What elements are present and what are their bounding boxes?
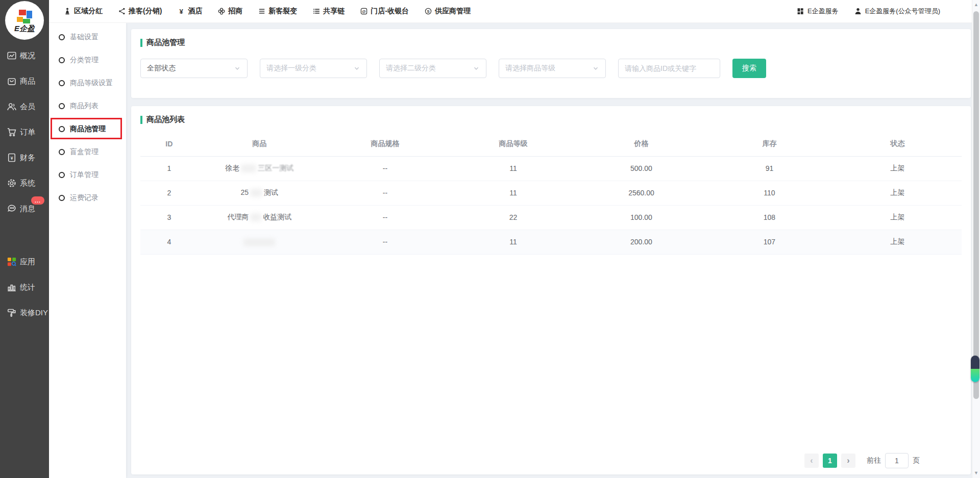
sidebar-item-system[interactable]: 系统 (0, 170, 49, 196)
cell-status: 上架 (834, 156, 962, 181)
chevron-down-icon (353, 65, 360, 72)
cell-stock: 107 (705, 230, 834, 254)
cell-spec: -- (321, 181, 449, 205)
topbar-right: E企盈服务E企盈服务(公众号管理员) (796, 7, 972, 16)
filter-card-header: 商品池管理 (131, 29, 971, 47)
submenu-item[interactable]: 商品列表 (49, 94, 126, 117)
stats-icon (7, 282, 17, 292)
topbar-right-item[interactable]: E企盈服务(公众号管理员) (854, 7, 940, 16)
cell-spec: -- (321, 205, 449, 230)
page-suffix-label: 页 (913, 456, 920, 465)
topbar-right-item[interactable]: E企盈服务 (796, 7, 839, 16)
cell-id: 2 (140, 181, 198, 205)
sidebar-item-overview[interactable]: 概况 (0, 43, 49, 68)
sidebar-item-label: 财务 (20, 153, 35, 163)
cell-price: 100.00 (577, 205, 705, 230)
sidebar-item-message[interactable]: 消息... (0, 196, 49, 221)
current-page-button[interactable]: 1 (823, 454, 837, 468)
table-row[interactable]: 225测试--112560.00110上架 (140, 181, 962, 205)
pagination: ‹ 1 › 前往 页 (804, 453, 920, 468)
table-card-header: 商品池列表 (131, 106, 971, 124)
scroll-up-icon[interactable]: ▲ (972, 3, 980, 7)
overview-icon (7, 51, 17, 61)
filter-select[interactable]: 请选择商品等级 (499, 59, 606, 78)
sidebar-item-label: 统计 (20, 283, 35, 292)
sidebar-item-stats[interactable]: 统计 (0, 274, 49, 300)
primary-sidebar: E企盈 概况商品会员订单¥财务系统消息...应用统计装修DIY (0, 0, 49, 478)
submenu-item-label: 基础设置 (70, 33, 99, 42)
scrollbar[interactable]: ▲ ▼ (972, 0, 980, 478)
topnav-label: 供应商管理 (435, 7, 471, 16)
sidebar-item-diy[interactable]: 装修DIY (0, 300, 49, 325)
search-button[interactable]: 搜索 (732, 59, 766, 78)
next-page-button[interactable]: › (841, 454, 855, 468)
table-row[interactable]: 1徐老三区一测试--11500.0091上架 (140, 156, 962, 181)
submenu-item[interactable]: 分类管理 (49, 48, 126, 71)
diy-icon (7, 308, 17, 318)
topnav-item[interactable]: 区域分红 (63, 7, 103, 16)
prev-page-button[interactable]: ‹ (804, 454, 819, 468)
sidebar-item-order[interactable]: 订单 (0, 119, 49, 145)
svg-text:S: S (427, 9, 429, 14)
topnav-item[interactable]: @门店-收银台 (360, 7, 409, 16)
sidebar-item-label: 会员 (20, 102, 35, 112)
filter-select[interactable]: 请选择一级分类 (260, 59, 367, 78)
filter-select[interactable]: 请选择二级分类 (379, 59, 486, 78)
cell-product-name (198, 230, 321, 254)
topnav-item[interactable]: 共享链 (312, 7, 345, 16)
cell-level: 11 (449, 181, 577, 205)
radio-bullet-icon (59, 57, 65, 63)
app-logo[interactable]: E企盈 (5, 1, 44, 40)
cell-level: 22 (449, 205, 577, 230)
table-card-title: 商品池列表 (146, 115, 185, 124)
table-row[interactable]: 4--11200.00107上架 (140, 230, 962, 254)
keyword-input[interactable] (618, 59, 720, 78)
floating-widget[interactable] (971, 356, 979, 382)
cell-status: 上架 (834, 205, 962, 230)
cell-price: 200.00 (577, 230, 705, 254)
censored-blur-patch (250, 189, 262, 197)
product-name-text: 25 (241, 188, 249, 196)
sidebar-item-member[interactable]: 会员 (0, 94, 49, 119)
submenu-item[interactable]: 盲盒管理 (49, 140, 126, 163)
chevron-down-icon (473, 65, 480, 72)
goto-page-input[interactable] (885, 453, 909, 468)
product-name-text: 三区一测试 (258, 164, 293, 172)
topnav-item[interactable]: 推客(分销) (118, 7, 162, 16)
select-value: 请选择商品等级 (505, 64, 555, 73)
table-column-header: 状态 (834, 132, 962, 156)
submenu-item[interactable]: 基础设置 (49, 26, 126, 48)
scrollbar-thumb[interactable] (973, 11, 979, 399)
cell-stock: 108 (705, 205, 834, 230)
scroll-down-icon[interactable]: ▼ (972, 471, 980, 475)
radio-bullet-icon (59, 126, 65, 132)
sidebar-item-apps[interactable]: 应用 (0, 249, 49, 274)
submenu-item[interactable]: 订单管理 (49, 163, 126, 186)
sidebar-item-goods[interactable]: 商品 (0, 68, 49, 94)
sidebar-item-finance[interactable]: ¥财务 (0, 145, 49, 170)
svg-text:@: @ (362, 9, 366, 14)
product-name-text: 收益测试 (263, 213, 291, 221)
topnav-item[interactable]: ¥酒店 (177, 7, 202, 16)
topnav-item[interactable]: S供应商管理 (424, 7, 471, 16)
sidebar-item-label: 消息 (20, 204, 35, 214)
order-icon (7, 127, 17, 137)
table-column-header: 商品等级 (449, 132, 577, 156)
goto-label: 前往 (867, 456, 881, 465)
table-column-header: 库存 (705, 132, 834, 156)
sidebar-menu: 概况商品会员订单¥财务系统消息...应用统计装修DIY (0, 43, 49, 325)
topnav-item[interactable]: 新客裂变 (258, 7, 297, 16)
submenu-item[interactable]: 商品等级设置 (49, 71, 126, 94)
shutter-icon (217, 7, 226, 15)
topnav-item[interactable]: 招商 (217, 7, 242, 16)
submenu-item-label: 商品等级设置 (70, 79, 113, 88)
submenu-item[interactable]: 运费记录 (49, 186, 126, 209)
filter-select[interactable]: 全部状态 (140, 59, 248, 78)
cell-spec: -- (321, 156, 449, 181)
chevron-left-icon: ‹ (810, 456, 813, 465)
floating-widget-bottom[interactable] (971, 369, 979, 382)
floating-widget-top[interactable] (971, 356, 979, 369)
cell-stock: 110 (705, 181, 834, 205)
table-row[interactable]: 3代理商收益测试--22100.00108上架 (140, 205, 962, 230)
submenu-item[interactable]: 商品池管理 (49, 117, 126, 140)
